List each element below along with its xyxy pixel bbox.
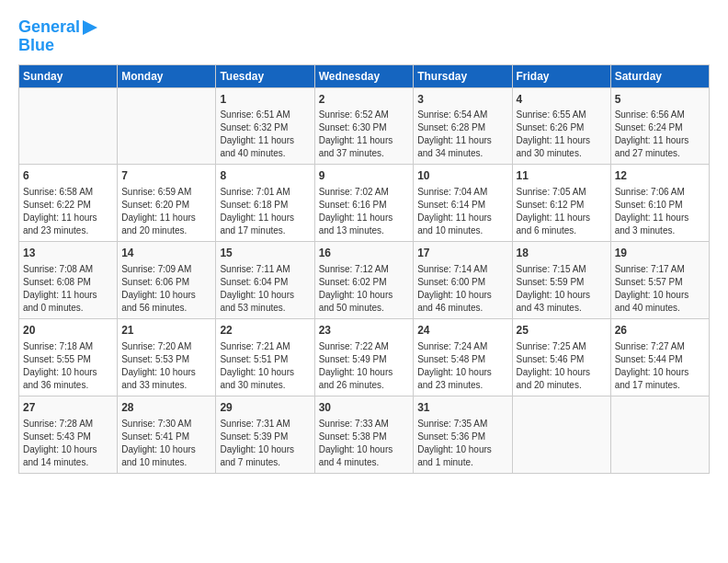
day-info: Sunset: 5:51 PM <box>220 353 310 366</box>
day-number: 13 <box>23 246 113 261</box>
day-info: Daylight: 11 hours and 17 minutes. <box>220 212 310 237</box>
day-info: Daylight: 10 hours and 30 minutes. <box>220 366 310 392</box>
weekday-header-saturday: Saturday <box>610 64 709 87</box>
day-info: Daylight: 11 hours and 34 minutes. <box>417 134 507 160</box>
day-info: Daylight: 11 hours and 0 minutes. <box>23 289 113 315</box>
day-info: Sunrise: 7:09 AM <box>121 263 211 276</box>
weekday-header-monday: Monday <box>118 64 216 87</box>
day-number: 20 <box>23 323 113 339</box>
day-number: 2 <box>319 92 410 108</box>
day-number: 7 <box>121 168 211 184</box>
day-info: Sunset: 6:24 PM <box>615 121 705 134</box>
day-number: 10 <box>417 168 507 184</box>
day-info: Daylight: 11 hours and 20 minutes. <box>121 212 211 237</box>
calendar-cell: 28Sunrise: 7:30 AMSunset: 5:41 PMDayligh… <box>118 396 216 473</box>
day-info: Sunrise: 7:24 AM <box>417 340 507 353</box>
calendar-cell: 25Sunrise: 7:25 AMSunset: 5:46 PMDayligh… <box>512 318 610 396</box>
calendar-cell: 8Sunrise: 7:01 AMSunset: 6:18 PMDaylight… <box>216 165 314 242</box>
day-info: Daylight: 11 hours and 23 minutes. <box>23 212 113 237</box>
day-number: 19 <box>615 246 705 261</box>
day-number: 29 <box>220 400 310 416</box>
calendar-cell: 4Sunrise: 6:55 AMSunset: 6:26 PMDaylight… <box>512 87 610 165</box>
day-info: Sunset: 5:57 PM <box>615 276 705 289</box>
day-info: Sunrise: 7:33 AM <box>319 418 410 431</box>
day-number: 6 <box>23 168 113 184</box>
day-info: Sunrise: 7:30 AM <box>121 418 211 431</box>
weekday-header-tuesday: Tuesday <box>216 64 314 87</box>
day-number: 17 <box>417 246 507 261</box>
day-info: Daylight: 11 hours and 13 minutes. <box>319 212 410 237</box>
day-info: Daylight: 10 hours and 40 minutes. <box>615 289 705 315</box>
day-info: Sunset: 6:32 PM <box>220 121 310 134</box>
calendar-cell <box>512 396 610 473</box>
day-info: Daylight: 10 hours and 20 minutes. <box>517 366 607 392</box>
day-info: Daylight: 10 hours and 46 minutes. <box>417 289 507 315</box>
day-info: Sunrise: 7:11 AM <box>220 263 310 276</box>
day-info: Sunset: 5:46 PM <box>517 353 607 366</box>
day-info: Daylight: 10 hours and 33 minutes. <box>121 366 211 392</box>
day-info: Sunrise: 7:20 AM <box>121 340 211 353</box>
day-number: 12 <box>615 168 705 184</box>
calendar-cell: 19Sunrise: 7:17 AMSunset: 5:57 PMDayligh… <box>610 242 709 319</box>
day-info: Sunrise: 7:28 AM <box>23 418 113 431</box>
day-info: Daylight: 11 hours and 27 minutes. <box>615 134 705 160</box>
day-info: Sunrise: 7:22 AM <box>319 340 410 353</box>
day-info: Sunrise: 6:55 AM <box>517 109 607 121</box>
day-number: 30 <box>319 400 410 416</box>
day-info: Sunrise: 7:01 AM <box>220 186 310 199</box>
calendar-cell: 7Sunrise: 6:59 AMSunset: 6:20 PMDaylight… <box>118 165 216 242</box>
day-info: Sunrise: 7:17 AM <box>615 263 705 276</box>
day-number: 9 <box>319 168 410 184</box>
calendar-cell: 2Sunrise: 6:52 AMSunset: 6:30 PMDaylight… <box>314 87 414 165</box>
day-number: 26 <box>615 323 705 339</box>
day-info: Sunrise: 7:21 AM <box>220 340 310 353</box>
day-info: Sunset: 6:02 PM <box>319 276 410 289</box>
day-info: Sunset: 5:53 PM <box>121 353 211 366</box>
weekday-header-sunday: Sunday <box>19 64 118 87</box>
calendar-cell: 11Sunrise: 7:05 AMSunset: 6:12 PMDayligh… <box>512 165 610 242</box>
day-info: Sunset: 5:49 PM <box>319 353 410 366</box>
calendar-cell: 31Sunrise: 7:35 AMSunset: 5:36 PMDayligh… <box>414 396 512 473</box>
day-info: Daylight: 10 hours and 26 minutes. <box>319 366 410 392</box>
calendar-cell: 30Sunrise: 7:33 AMSunset: 5:38 PMDayligh… <box>314 396 414 473</box>
day-info: Sunset: 6:28 PM <box>417 121 507 134</box>
day-info: Sunrise: 6:58 AM <box>23 186 113 199</box>
calendar-cell: 14Sunrise: 7:09 AMSunset: 6:06 PMDayligh… <box>118 242 216 319</box>
weekday-header-thursday: Thursday <box>414 64 512 87</box>
day-number: 27 <box>23 400 113 416</box>
calendar-cell: 1Sunrise: 6:51 AMSunset: 6:32 PMDaylight… <box>216 87 314 165</box>
day-info: Sunset: 6:30 PM <box>319 121 410 134</box>
day-number: 15 <box>220 246 310 261</box>
day-info: Sunset: 6:06 PM <box>121 276 211 289</box>
day-info: Daylight: 11 hours and 40 minutes. <box>220 134 310 160</box>
calendar-cell: 24Sunrise: 7:24 AMSunset: 5:48 PMDayligh… <box>414 318 512 396</box>
day-info: Sunrise: 7:14 AM <box>417 263 507 276</box>
calendar-cell: 3Sunrise: 6:54 AMSunset: 6:28 PMDaylight… <box>414 87 512 165</box>
logo-text: General <box>18 18 80 37</box>
day-info: Sunset: 5:48 PM <box>417 353 507 366</box>
day-number: 24 <box>417 323 507 339</box>
day-number: 22 <box>220 323 310 339</box>
day-number: 21 <box>121 323 211 339</box>
day-info: Sunrise: 7:27 AM <box>615 340 705 353</box>
calendar-cell: 18Sunrise: 7:15 AMSunset: 5:59 PMDayligh… <box>512 242 610 319</box>
day-number: 31 <box>417 400 507 416</box>
day-info: Sunrise: 7:02 AM <box>319 186 410 199</box>
day-info: Sunset: 5:44 PM <box>615 353 705 366</box>
day-info: Sunrise: 6:56 AM <box>615 109 705 121</box>
day-number: 4 <box>517 92 607 108</box>
calendar-cell: 9Sunrise: 7:02 AMSunset: 6:16 PMDaylight… <box>314 165 414 242</box>
day-info: Sunrise: 7:05 AM <box>517 186 607 199</box>
day-number: 25 <box>517 323 607 339</box>
day-info: Sunrise: 7:25 AM <box>517 340 607 353</box>
day-info: Daylight: 11 hours and 10 minutes. <box>417 212 507 237</box>
day-number: 16 <box>319 246 410 261</box>
day-info: Sunrise: 7:18 AM <box>23 340 113 353</box>
day-info: Sunset: 5:41 PM <box>121 431 211 443</box>
day-info: Daylight: 10 hours and 4 minutes. <box>319 443 410 469</box>
day-info: Sunset: 6:26 PM <box>517 121 607 134</box>
day-info: Daylight: 10 hours and 7 minutes. <box>220 443 310 469</box>
weekday-header-wednesday: Wednesday <box>314 64 414 87</box>
day-info: Daylight: 10 hours and 43 minutes. <box>517 289 607 315</box>
day-info: Daylight: 10 hours and 56 minutes. <box>121 289 211 315</box>
